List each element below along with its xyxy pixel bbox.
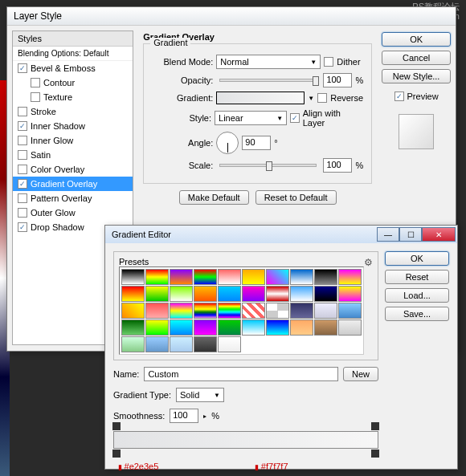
preset-swatch[interactable] [290, 269, 313, 285]
style-checkbox[interactable] [18, 179, 27, 189]
preset-swatch[interactable] [218, 303, 241, 319]
opacity-stop-right[interactable] [371, 422, 379, 430]
style-checkbox[interactable] [18, 150, 27, 160]
blend-mode-select[interactable]: Normal▼ [216, 55, 321, 69]
preset-swatch[interactable] [170, 319, 193, 336]
new-style-button[interactable]: New Style... [382, 69, 451, 83]
preset-swatch[interactable] [121, 286, 145, 302]
preset-swatch[interactable] [194, 269, 217, 285]
preset-swatch[interactable] [266, 319, 289, 336]
cancel-button[interactable]: Cancel [382, 51, 451, 65]
new-button[interactable]: New [343, 367, 378, 381]
preset-swatch[interactable] [338, 319, 362, 336]
style-checkbox[interactable] [18, 136, 27, 145]
preset-swatch[interactable] [218, 336, 241, 352]
preset-swatch[interactable] [338, 286, 362, 302]
style-item-inner-glow[interactable]: Inner Glow [13, 133, 133, 148]
preset-swatch[interactable] [266, 303, 289, 319]
reset-default-button[interactable]: Reset to Default [255, 190, 337, 205]
style-checkbox[interactable] [18, 165, 27, 174]
preset-swatch[interactable] [121, 303, 145, 319]
smoothness-input[interactable]: 100 [170, 409, 198, 423]
style-item-color-overlay[interactable]: Color Overlay [13, 162, 133, 177]
close-button[interactable]: ✕ [422, 227, 456, 242]
align-checkbox[interactable] [290, 113, 300, 123]
styles-header[interactable]: Styles [13, 31, 133, 47]
preset-swatch[interactable] [242, 303, 265, 319]
style-checkbox[interactable] [18, 121, 27, 131]
style-checkbox[interactable] [31, 78, 40, 87]
preset-swatch[interactable] [121, 336, 145, 352]
preset-swatch[interactable] [194, 319, 217, 336]
dither-checkbox[interactable] [324, 57, 333, 67]
preset-swatch[interactable] [121, 319, 145, 336]
style-checkbox[interactable] [18, 208, 27, 218]
preview-checkbox[interactable] [394, 92, 404, 101]
preset-swatch[interactable] [194, 286, 217, 302]
ok-button[interactable]: OK [382, 32, 451, 47]
preset-swatch[interactable] [338, 269, 362, 285]
opacity-slider[interactable] [219, 79, 317, 82]
style-item-gradient-overlay[interactable]: Gradient Overlay [13, 177, 133, 191]
preset-swatch[interactable] [290, 319, 313, 336]
style-item-bevel-emboss[interactable]: Bevel & Emboss [13, 61, 133, 75]
preset-swatch[interactable] [170, 303, 193, 319]
ge-load-button[interactable]: Load... [385, 288, 449, 303]
style-checkbox[interactable] [18, 222, 27, 232]
preset-swatch[interactable] [338, 303, 362, 319]
preset-swatch[interactable] [242, 269, 265, 285]
angle-input[interactable]: 90 [242, 136, 271, 150]
style-item-outer-glow[interactable]: Outer Glow [13, 205, 133, 220]
make-default-button[interactable]: Make Default [179, 190, 249, 205]
gradient-bar[interactable] [113, 431, 378, 449]
color-stop-right[interactable] [371, 450, 379, 458]
style-item-satin[interactable]: Satin [13, 148, 133, 162]
preset-swatch[interactable] [170, 269, 193, 285]
preset-swatch[interactable] [314, 269, 337, 285]
style-checkbox[interactable] [18, 63, 27, 73]
style-checkbox[interactable] [18, 193, 27, 203]
color-stop-left[interactable] [112, 450, 121, 458]
preset-swatch[interactable] [145, 336, 169, 352]
preset-swatch[interactable] [170, 286, 193, 302]
style-checkbox[interactable] [18, 107, 27, 116]
ge-ok-button[interactable]: OK [385, 251, 449, 266]
style-item-pattern-overlay[interactable]: Pattern Overlay [13, 191, 133, 205]
scale-input[interactable]: 100 [323, 158, 352, 173]
preset-swatch[interactable] [290, 303, 313, 319]
angle-dial[interactable] [216, 132, 239, 154]
opacity-stop-left[interactable] [112, 422, 121, 430]
name-input[interactable]: Custom [144, 367, 338, 381]
style-item-stroke[interactable]: Stroke [13, 104, 133, 119]
gradient-type-select[interactable]: Solid▼ [176, 388, 224, 402]
style-item-texture[interactable]: Texture [13, 90, 133, 104]
scale-slider[interactable] [219, 164, 317, 167]
preset-swatch[interactable] [194, 303, 217, 319]
preset-swatch[interactable] [314, 286, 337, 302]
preset-swatch[interactable] [266, 286, 289, 302]
preset-swatch[interactable] [145, 303, 169, 319]
preset-swatch[interactable] [145, 319, 169, 336]
opacity-input[interactable]: 100 [323, 73, 352, 87]
reverse-checkbox[interactable] [317, 93, 327, 103]
chevron-right-icon[interactable]: ▸ [203, 413, 206, 420]
style-checkbox[interactable] [31, 92, 40, 102]
maximize-button[interactable]: ☐ [399, 227, 422, 242]
chevron-down-icon[interactable]: ▼ [308, 95, 314, 102]
preset-swatch[interactable] [290, 286, 313, 302]
minimize-button[interactable]: — [377, 227, 399, 242]
preset-swatch[interactable] [314, 319, 337, 336]
preset-swatch[interactable] [218, 319, 241, 336]
preset-swatch[interactable] [145, 286, 169, 302]
preset-swatch[interactable] [242, 319, 265, 336]
preset-swatch[interactable] [242, 286, 265, 302]
preset-swatch[interactable] [218, 286, 241, 302]
preset-swatch[interactable] [314, 303, 337, 319]
preset-swatch[interactable] [218, 269, 241, 285]
preset-swatch[interactable] [121, 269, 145, 285]
style-select[interactable]: Linear▼ [215, 111, 287, 125]
ge-save-button[interactable]: Save... [385, 307, 449, 321]
style-item-inner-shadow[interactable]: Inner Shadow [13, 119, 133, 133]
gear-icon[interactable]: ⚙ [364, 257, 373, 268]
preset-swatch[interactable] [194, 336, 217, 352]
